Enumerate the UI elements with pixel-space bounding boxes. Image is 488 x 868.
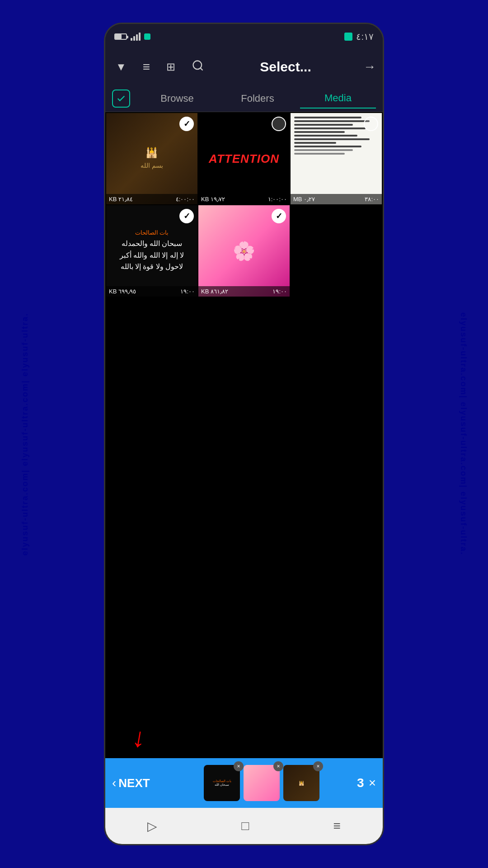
play-icon[interactable]: ▷ xyxy=(147,819,157,834)
file-duration-1: ٤:٠٠:٠٠ xyxy=(176,196,195,203)
selected-thumbnails: بات الصالحاتسبحان الله × × 🕌 × xyxy=(171,765,352,801)
toolbar-title: Select... xyxy=(217,59,354,75)
signal-bars-icon xyxy=(131,33,141,41)
filter-icon[interactable]: ≡ xyxy=(139,56,154,78)
checkbox-5[interactable] xyxy=(272,209,286,223)
tab-bar: Browse Folders Media xyxy=(105,85,383,112)
file-info-1: ٢١٫٨٤ KB ٤:٠٠:٠٠ xyxy=(106,194,197,204)
media-item-5[interactable]: 🌸 ٨٦١٫٨٢ KB ١٩:٠٠ xyxy=(198,205,290,297)
thumb-1-close[interactable]: × xyxy=(234,761,244,771)
tab-media[interactable]: Media xyxy=(300,89,376,108)
media-item-3[interactable]: ٠٫٢٧ MB ٣٨:٠٠ xyxy=(291,113,382,204)
file-info-3: ٠٫٢٧ MB ٣٨:٠٠ xyxy=(291,194,382,204)
back-button[interactable]: ‹ xyxy=(112,776,116,790)
clear-all-button[interactable]: × xyxy=(369,776,376,790)
floral-decor: 🌸 xyxy=(233,241,255,262)
watermark-left: elyusuf-ultra.com| elyusuf-ultra.com| el… xyxy=(0,0,50,868)
search-icon[interactable] xyxy=(188,56,208,78)
checkbox-1[interactable] xyxy=(179,117,194,131)
media-item-4[interactable]: بات الصالحات سبحان الله والحمدله لا إله … xyxy=(106,205,197,297)
next-button[interactable]: NEXT xyxy=(118,776,150,790)
file-duration-2: ١:٠٠:٠٠ xyxy=(268,196,287,203)
nav-bar: ▷ □ ≡ xyxy=(105,808,383,844)
file-info-4: ٦٩٩٫٩٥ KB ١٩:٠٠ xyxy=(106,286,197,297)
toolbar: ▼ ≡ ⊞ Select... → xyxy=(105,49,383,85)
wifi-icon xyxy=(144,33,150,40)
thumb-2-close[interactable]: × xyxy=(273,761,283,771)
file-size-1: ٢١٫٨٤ KB xyxy=(109,196,133,203)
checkbox-4[interactable] xyxy=(179,209,194,223)
menu-icon[interactable]: ≡ xyxy=(333,819,341,833)
list-icon[interactable]: ⊞ xyxy=(163,57,179,77)
thumb-1[interactable]: بات الصالحاتسبحان الله × xyxy=(204,765,240,801)
phone-frame: ٤:١٧ ▼ ≡ ⊞ Select... → Browse Folders Me… xyxy=(104,23,384,845)
file-duration-3: ٣٨:٠٠ xyxy=(365,196,379,203)
arabic-lines: سبحان الله والحمدله لا إله إلا الله والل… xyxy=(120,238,184,273)
select-all-button[interactable] xyxy=(112,90,130,108)
next-section: ‹ NEXT xyxy=(112,776,166,790)
attention-text: ATTENTION xyxy=(209,152,279,166)
thumb-3[interactable]: 🕌 × xyxy=(283,765,319,801)
checkbox-3[interactable] xyxy=(364,117,378,131)
status-time: ٤:١٧ xyxy=(344,31,374,42)
status-bar: ٤:١٧ xyxy=(105,24,383,49)
thumb-3-img: 🕌 xyxy=(283,765,319,801)
file-size-5: ٨٦١٫٨٢ KB xyxy=(201,288,228,295)
file-info-5: ٨٦١٫٨٢ KB ١٩:٠٠ xyxy=(198,286,290,297)
thumb-3-close[interactable]: × xyxy=(313,761,323,771)
status-left xyxy=(114,33,150,41)
tab-folders[interactable]: Folders xyxy=(220,89,296,108)
file-info-2: ١٩٫٧٢ KB ١:٠٠:٠٠ xyxy=(198,194,290,204)
thumb-1-img: بات الصالحاتسبحان الله xyxy=(204,765,240,801)
media-item-1[interactable]: 🕌بسم الله ٢١٫٨٤ KB ٤:٠٠:٠٠ xyxy=(106,113,197,204)
thumb-2[interactable]: × xyxy=(244,765,280,801)
file-size-4: ٦٩٩٫٩٥ KB xyxy=(109,288,136,295)
checkbox-2[interactable] xyxy=(272,117,286,131)
media-grid: 🕌بسم الله ٢١٫٨٤ KB ٤:٠٠:٠٠ ATTENTION ١٩٫… xyxy=(105,112,383,758)
file-size-2: ١٩٫٧٢ KB xyxy=(201,196,225,203)
stop-icon[interactable]: □ xyxy=(241,819,249,833)
media-item-2[interactable]: ATTENTION ١٩٫٧٢ KB ١:٠٠:٠٠ xyxy=(198,113,290,204)
file-duration-5: ١٩:٠٠ xyxy=(272,288,287,295)
file-duration-4: ١٩:٠٠ xyxy=(180,288,195,295)
arrow-icon[interactable]: → xyxy=(363,60,376,74)
thumb-2-img xyxy=(244,765,280,801)
dropdown-icon[interactable]: ▼ xyxy=(112,57,130,77)
file-size-3: ٠٫٢٧ MB xyxy=(293,196,315,203)
svg-point-0 xyxy=(193,61,202,70)
more-count: 3 xyxy=(357,776,364,790)
bottom-bar: ↓ ‹ NEXT بات الصالحاتسبحان الله × × xyxy=(105,758,383,808)
watermark-right: elyusuf-ultra.com| elyusuf-ultra.com| el… xyxy=(438,0,488,868)
arabic-header: بات الصالحات xyxy=(135,229,169,236)
status-indicator xyxy=(344,33,352,41)
time-display: ٤:١٧ xyxy=(356,31,374,42)
battery-icon xyxy=(114,33,127,40)
tab-browse[interactable]: Browse xyxy=(139,89,215,108)
